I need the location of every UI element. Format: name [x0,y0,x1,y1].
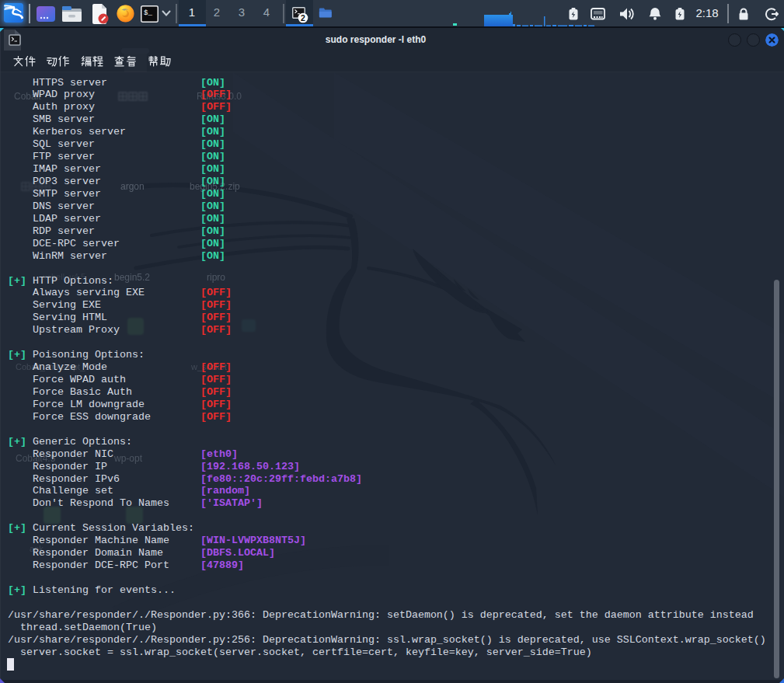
svg-text:$_: $_ [144,9,152,17]
svg-text:2: 2 [301,13,305,23]
